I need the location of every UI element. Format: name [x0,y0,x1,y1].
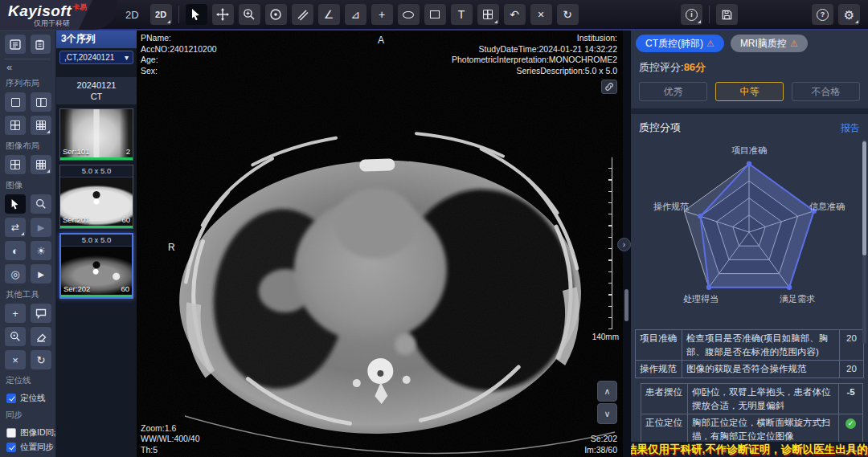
view-mode-2d-button[interactable]: 2D [150,4,172,25]
flip-rotate-button[interactable]: ⇄ [5,218,26,237]
window-level-tool-button[interactable] [265,4,287,25]
checkbox-icon[interactable] [6,428,16,438]
image-layout-2x2-button[interactable] [5,155,26,174]
qc-score-value: 86分 [684,61,706,73]
layout-grid-icon [483,10,493,19]
image-layout-button[interactable] [477,4,499,25]
report-link[interactable]: 报告 [841,121,860,135]
scroll-down-button[interactable]: ∨ [597,403,617,424]
series-layout-2x2-button[interactable] [5,116,26,135]
qc-item-name: 项目准确 [636,330,682,361]
brightness-button[interactable]: ☀ [31,241,51,260]
report-button[interactable] [31,35,51,54]
radar-axis-label: 信息准确 [809,201,845,213]
clear-all-button[interactable]: × [5,350,26,369]
series-panel: 3个序列 ,CT,20240121 ▾ 20240121 CT Ser:101 … [56,31,137,457]
chevron-down-icon: ∨ [604,409,610,419]
zoom-ww-overlay: Zoom:1.6 WW/WL:400/40 Th:5 [141,423,200,456]
eraser-button[interactable] [31,327,51,346]
window-level-icon [269,8,282,21]
pan-icon [216,8,229,21]
series-layout-single-button[interactable] [5,92,26,112]
play-button[interactable]: ▶ [31,264,51,284]
rectangle-icon [430,10,440,18]
refresh-button[interactable]: ↻ [31,350,51,369]
pointer-tool-button[interactable] [186,4,207,25]
contrast-icon: ◐ [12,245,18,257]
cursor-icon [190,8,203,21]
tab-mri-brain-qc[interactable]: MRI脑质控 ⚠ [731,35,808,52]
panel-scroll-thumb[interactable] [862,141,866,255]
study-dropdown[interactable]: ,CT,20240121 ▾ [59,51,133,64]
sync-image-id-checkbox[interactable]: 图像ID同步 [6,427,51,439]
angle-tool-button[interactable]: ∠ [318,4,340,25]
patient-list-button[interactable] [5,35,26,54]
reset-icon: ↻ [563,9,572,20]
link-icon [604,82,614,92]
sidebar-pointer-button[interactable] [5,194,26,214]
roi-zoom-button[interactable] [5,327,26,346]
series-thumbnail-201[interactable]: 5.0 x 5.0 Ser:201 60 [59,165,133,229]
add-tool-button[interactable]: + [5,304,26,323]
zoom-in-tool-button[interactable] [239,4,260,25]
ellipse-tool-button[interactable] [398,4,420,25]
qc-item-name: 操作规范 [636,361,682,378]
image-viewport[interactable]: A R PName: AccNO:2401210200 Age: Sex: In… [137,31,623,457]
report-icon [35,39,46,50]
pan-tool-button[interactable] [212,4,234,25]
tab-ct-lung-qc[interactable]: CT质控(肺部) ⚠ [636,35,724,52]
reset-view-button[interactable]: ↻ [557,4,579,25]
cobb-angle-icon: ⊿ [350,9,360,20]
rectangle-tool-button[interactable] [424,4,446,25]
crosshair-tool-button[interactable]: + [371,4,393,25]
series-count-header: 3个序列 [56,31,137,48]
overlay-wwwl: WW/WL:400/40 [141,434,200,445]
collapse-sidebar-button[interactable]: « [6,63,51,72]
info-icon: i [686,9,698,21]
image-layout-3x3-button[interactable] [31,155,51,174]
series-layout-two-col-button[interactable] [31,92,51,112]
contrast-button[interactable]: ◐ [5,241,26,260]
qc-item-name: 患者摆位 [641,384,688,414]
checkbox-icon[interactable] [6,443,16,452]
patient-info-overlay: PName: AccNO:2401210200 Age: Sex: [141,33,217,76]
layout-2x2-icon [10,160,20,169]
localizer-checkbox[interactable]: 定位线 [6,393,51,404]
overlay-studydatetime: StudyDateTime:2024-01-21 14:32:22 [452,44,617,55]
undo-button[interactable]: ↶ [504,4,526,25]
target-button[interactable]: ◎ [5,264,26,284]
series-layout-3x3-button[interactable] [31,116,51,135]
sidebar-magnify-button[interactable] [31,194,51,214]
checkbox-icon[interactable] [6,394,16,403]
delete-annotation-button[interactable]: × [530,4,552,25]
scroll-up-button[interactable]: ∧ [597,381,617,402]
collapse-panel-button[interactable]: › [617,238,631,251]
stack-scrollbar[interactable] [624,289,628,321]
orientation-marker-right: R [168,242,175,253]
save-button[interactable] [716,4,738,25]
load-progress-bar [60,157,133,160]
settings-button[interactable]: ⚙ [838,4,860,25]
cine-scroll-button[interactable]: ▶ [31,218,51,237]
measure-tool-button[interactable] [292,4,313,25]
ct-axial-image [137,31,623,457]
text-annotation-button[interactable]: T [451,4,473,25]
layout-1x1-icon [11,98,20,107]
grade-medium-button[interactable]: 中等 [715,82,784,101]
grade-fail-button[interactable]: 不合格 [792,82,860,101]
link-series-button[interactable] [601,80,617,94]
sync-position-checkbox[interactable]: 位置同步 [6,442,51,453]
grade-excellent-button[interactable]: 优秀 [639,82,707,101]
comment-tool-button[interactable] [31,304,51,323]
help-button[interactable]: ? [812,4,833,25]
series-number-label: Ser:202 [63,284,90,293]
mode-2d-label: 2D [125,9,139,21]
help-icon: ? [817,9,829,21]
cobb-angle-tool-button[interactable]: ⊿ [345,4,366,25]
info-button[interactable]: i [681,4,702,25]
qc-item-desc: 胸部正位定位，横断面螺旋方式扫描，有胸部正位定位图像 [688,414,839,445]
series-thumbnail-101[interactable]: Ser:101 2 [59,108,133,161]
checkbox-label: 位置同步 [20,442,54,453]
series-thumbnail-202[interactable]: 5.0 x 5.0 Ser:202 60 [59,233,133,299]
section-sync-label: 同步 [6,410,51,421]
